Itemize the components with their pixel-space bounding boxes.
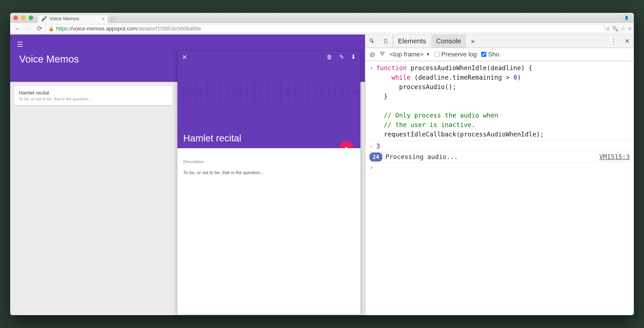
detail-body: Description To be, or not to be, that is… [178, 148, 360, 186]
memo-card[interactable]: Hamlet recital To be, or not to be, that… [14, 86, 172, 105]
menu-icon[interactable]: ≡ [628, 26, 631, 32]
prompt-arrow-icon: › [370, 163, 376, 172]
toolbar-right-icons: ⎚ 🔍 ☆ ≡ [606, 26, 631, 32]
console-filter-bar: ⊘ <top frame> ▼ Preserve log Sho [366, 48, 634, 61]
close-tab-button[interactable]: × [102, 16, 104, 21]
svg-rect-0 [178, 92, 360, 92]
tab-title: Voice Memos [50, 16, 79, 22]
show-checkbox[interactable] [481, 52, 486, 57]
edit-icon[interactable]: ✎ [339, 53, 344, 60]
content-area: ☰ Voice Memos Hamlet recital To be, or n… [10, 34, 634, 315]
log-count-badge: 24 [370, 153, 382, 162]
url-protocol: https [56, 25, 68, 32]
voice-memos-app: ☰ Voice Memos Hamlet recital To be, or n… [10, 34, 365, 315]
clear-console-button[interactable]: ⊘ [370, 50, 375, 58]
star-icon[interactable]: ☆ [621, 26, 626, 32]
download-icon[interactable]: ⬇ [351, 53, 356, 60]
tab-console[interactable]: Console [431, 34, 466, 48]
detail-actions: 🗑 ✎ ⬇ [326, 53, 356, 60]
traffic-lights [13, 15, 33, 20]
console-log-row: 24 Processing audio... VM1515:3 [366, 152, 634, 163]
close-detail-button[interactable]: ✕ [182, 53, 187, 61]
close-window-button[interactable] [13, 15, 18, 20]
new-tab-button[interactable] [109, 17, 116, 22]
url-path: /details/f1f3953e5668d89e [137, 25, 201, 32]
memo-card-title: Hamlet recital [19, 90, 168, 96]
device-mode-button[interactable] [379, 34, 392, 48]
console-code-block: function processAudioWhenIdle(deadline) … [376, 63, 544, 139]
microphone-icon: 🎤 [41, 16, 47, 22]
tab-elements[interactable]: Elements [393, 34, 431, 48]
play-icon [344, 146, 349, 148]
memo-list: Hamlet recital To be, or not to be, that… [14, 86, 172, 105]
detail-title: Hamlet recital [183, 133, 241, 144]
url-host: ://voice-memos.appspot.com [68, 25, 137, 32]
description-text: To be, or not to be, that is the questio… [183, 170, 354, 175]
delete-icon[interactable]: 🗑 [326, 53, 332, 60]
output-arrow-icon: ‹ [370, 142, 376, 151]
return-value: 3 [376, 142, 380, 151]
frame-label: <top frame> [390, 51, 424, 58]
browser-tab[interactable]: 🎤 Voice Memos × [38, 15, 108, 23]
device-icon [384, 38, 388, 44]
browser-toolbar: ← → ⟳ 🔒 https://voice-memos.appspot.com/… [10, 23, 634, 34]
devtools-close-button[interactable]: ✕ [620, 34, 634, 48]
browser-window: 🎤 Voice Memos × 👤 ← → ⟳ 🔒 https://voice-… [10, 13, 634, 315]
preserve-log-label: Preserve log [441, 51, 477, 58]
hamburger-icon[interactable]: ☰ [17, 40, 23, 48]
show-toggle[interactable]: Sho [481, 51, 500, 58]
console-output[interactable]: › function processAudioWhenIdle(deadline… [366, 61, 634, 315]
window-titlebar: 🎤 Voice Memos × 👤 [10, 13, 634, 23]
input-arrow-icon: › [370, 63, 376, 139]
forward-button[interactable]: → [24, 24, 33, 33]
chevron-down-icon: ▼ [426, 52, 430, 57]
memo-detail-panel: ✕ 🗑 ✎ ⬇ [178, 51, 360, 315]
description-label: Description [183, 160, 354, 164]
minimize-window-button[interactable] [21, 15, 26, 20]
preserve-log-toggle[interactable]: Preserve log [434, 51, 477, 58]
tab-overflow[interactable]: » [466, 34, 480, 48]
devtools-panel: Elements Console » ⋮ ✕ ⊘ <top frame> ▼ [365, 34, 634, 315]
frame-selector[interactable]: <top frame> ▼ [390, 51, 430, 58]
waveform-graphic [178, 65, 360, 123]
devtools-menu-button[interactable]: ⋮ [607, 34, 620, 48]
show-label: Sho [488, 51, 500, 58]
log-source-link[interactable]: VM1515:3 [599, 152, 630, 162]
zoom-icon[interactable]: 🔍 [612, 26, 618, 32]
back-button[interactable]: ← [13, 24, 22, 33]
detail-header: ✕ 🗑 ✎ ⬇ [178, 51, 360, 148]
inspect-icon [369, 38, 375, 44]
memo-card-subtitle: To be, or not to be, that is the questio… [19, 97, 168, 102]
inspect-element-button[interactable] [366, 34, 379, 48]
devtools-tabbar: Elements Console » ⋮ ✕ [366, 34, 634, 48]
filter-icon[interactable] [380, 51, 385, 58]
svg-rect-31 [384, 39, 387, 43]
log-message: Processing audio... [386, 152, 596, 162]
address-bar[interactable]: 🔒 https://voice-memos.appspot.com/detail… [46, 24, 604, 33]
maximize-window-button[interactable] [29, 15, 33, 20]
profile-button[interactable]: 👤 [622, 14, 631, 21]
play-button[interactable] [339, 141, 354, 148]
lock-icon: 🔒 [48, 26, 54, 32]
reload-button[interactable]: ⟳ [36, 24, 44, 33]
preserve-log-checkbox[interactable] [434, 52, 440, 57]
person-icon: 👤 [624, 15, 629, 20]
camera-icon[interactable]: ⎚ [606, 26, 610, 32]
